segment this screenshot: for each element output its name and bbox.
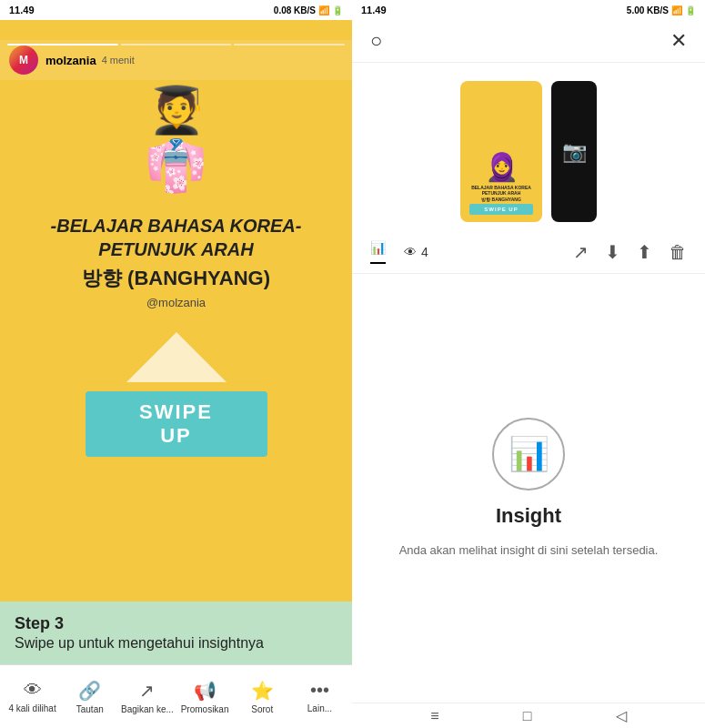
highlight-icon: ⭐	[251, 680, 274, 702]
thumb-content: 🧕 BELAJAR BAHASA KOREAPETUNJUK ARAH방향 BA…	[467, 143, 536, 223]
download-icon[interactable]: ⬇	[605, 241, 620, 263]
swipe-up-button[interactable]: SWIPE UP	[86, 391, 267, 457]
insight-title: Insight	[496, 504, 561, 528]
time-ago: 4 menit	[102, 55, 135, 66]
step-title: Step 3	[15, 614, 337, 633]
share-icon[interactable]: ⬆	[637, 241, 652, 263]
bar-chart-icon: 📊	[509, 435, 549, 473]
left-phone: 11.49 0.08 KB/S 📶 🔋 M molzania 4 menit 🧑…	[0, 0, 352, 728]
trend-icon[interactable]: ↗	[573, 241, 589, 263]
close-icon[interactable]: ✕	[670, 29, 687, 53]
user-info: molzania 4 menit	[45, 54, 343, 67]
share-icon: ↗	[139, 680, 155, 702]
delete-icon[interactable]: 🗑	[669, 242, 687, 263]
insight-area: 📊 Insight Anda akan melihat insight di s…	[352, 274, 705, 703]
battery-icon: 🔋	[332, 5, 343, 15]
story-title-line1: -BELAJAR BAHASA KOREA-	[51, 214, 302, 238]
back-icon[interactable]: ◁	[616, 707, 627, 724]
username: molzania	[45, 54, 96, 67]
progress-bar-area	[0, 40, 352, 46]
more-icon: •••	[310, 680, 329, 701]
link-label: Tautan	[76, 704, 104, 714]
story-content: M molzania 4 menit 🧑‍🎓 👘 -BELAJAR BAHASA…	[0, 20, 352, 728]
eye-icon: 👁	[404, 245, 417, 259]
action-icons-row: ↗ ⬇ ⬆ 🗑	[447, 241, 687, 263]
korean-character: 🧑‍🎓	[148, 84, 205, 136]
highlight-label: Sorot	[251, 704, 273, 714]
promote-icon: 📢	[194, 680, 217, 702]
link-icon: 🔗	[78, 680, 101, 702]
menu-icon[interactable]: ≡	[430, 708, 438, 724]
left-time: 11.49	[9, 5, 35, 15]
views-item[interactable]: 👁 4 kali dilihat	[4, 680, 61, 713]
more-label: Lain...	[307, 703, 332, 713]
share-item[interactable]: ↗ Bagikan ke...	[118, 680, 176, 714]
link-item[interactable]: 🔗 Tautan	[61, 680, 118, 714]
circle-icon[interactable]: ○	[370, 29, 382, 53]
camera-icon: 📷	[562, 140, 587, 164]
metric-chart[interactable]: 📊	[370, 240, 386, 264]
progress-seg-3	[234, 44, 345, 46]
story-handle: @molzania	[51, 296, 302, 309]
step-bar: Step 3 Swipe up untuk mengetahui insight…	[0, 602, 352, 664]
promote-item[interactable]: 📢 Promosikan	[176, 680, 234, 714]
thumb-swipe: SWIPE UP	[469, 204, 533, 215]
right-kb: 5.00 KB/S	[627, 5, 669, 15]
left-kb: 0.08 KB/S	[274, 5, 316, 15]
metrics-row: 📊 👁 4 ↗ ⬇ ⬆ 🗑	[352, 231, 705, 274]
left-status-icons: 0.08 KB/S 📶 🔋	[274, 5, 343, 15]
left-status-bar: 11.49 0.08 KB/S 📶 🔋	[0, 0, 352, 20]
insight-desc: Anda akan melihat insight di sini setela…	[399, 541, 659, 560]
right-status-icons: 5.00 KB/S 📶 🔋	[627, 5, 696, 15]
thumb-text: BELAJAR BAHASA KOREAPETUNJUK ARAH방향 BANG…	[469, 183, 533, 205]
story-header: M molzania 4 menit	[0, 40, 352, 80]
right-time: 11.49	[361, 5, 387, 15]
progress-seg-2	[121, 44, 232, 46]
bottom-action-bar: 👁 4 kali dilihat 🔗 Tautan ↗ Bagikan ke..…	[0, 664, 352, 728]
right-status-bar: 11.49 5.00 KB/S 📶 🔋	[352, 0, 705, 20]
step-desc: Swipe up untuk mengetahui insightnya	[15, 635, 337, 652]
story-thumbnail: 🧕 BELAJAR BAHASA KOREAPETUNJUK ARAH방향 BA…	[460, 81, 542, 222]
hanbok-character: 👘	[145, 136, 207, 196]
views-label: 4 kali dilihat	[8, 703, 55, 713]
story-preview-area: 🧕 BELAJAR BAHASA KOREAPETUNJUK ARAH방향 BA…	[352, 63, 705, 231]
eye-icon: 👁	[24, 680, 42, 701]
home-icon[interactable]: □	[523, 708, 532, 724]
avatar: M	[9, 46, 38, 75]
metric-views[interactable]: 👁 4	[404, 245, 428, 259]
more-item[interactable]: ••• Lain...	[291, 680, 348, 713]
progress-seg-1	[7, 44, 118, 46]
story-hangul: 방향 (BANGHYANG)	[51, 265, 302, 292]
black-panel: 📷	[551, 81, 597, 222]
share-label: Bagikan ke...	[121, 704, 174, 714]
promote-label: Promosikan	[181, 704, 229, 714]
chart-icon: 📊	[370, 240, 386, 255]
insight-icon-circle: 📊	[492, 418, 565, 490]
view-count: 4	[421, 245, 428, 259]
highlight-item[interactable]: ⭐ Sorot	[234, 680, 291, 714]
battery-icon: 🔋	[685, 5, 696, 15]
triangle-decoration	[126, 332, 227, 382]
korean-text-block: -BELAJAR BAHASA KOREA- PETUNJUK ARAH 방향 …	[33, 196, 320, 318]
signal-icon: 📶	[318, 5, 329, 15]
thumb-character: 🧕	[469, 151, 533, 183]
right-header: ○ ✕	[352, 20, 705, 63]
story-title-line2: PETUNJUK ARAH	[51, 238, 302, 261]
right-bottom-nav: ≡ □ ◁	[352, 703, 705, 728]
signal-icon: 📶	[671, 5, 682, 15]
right-phone: 11.49 5.00 KB/S 📶 🔋 ○ ✕ 🧕 BELAJAR BAHASA…	[352, 0, 705, 728]
